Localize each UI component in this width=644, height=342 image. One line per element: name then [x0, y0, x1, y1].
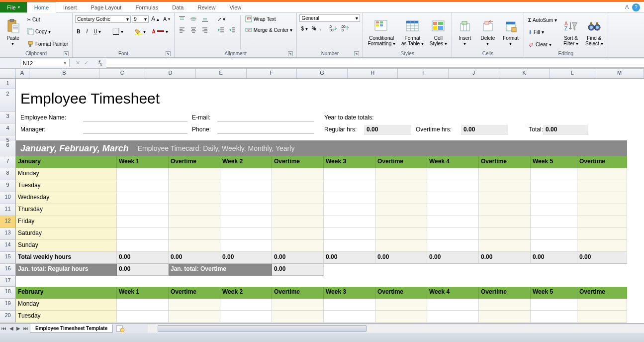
- clipboard-launcher[interactable]: ⬊: [64, 51, 69, 56]
- fill-button[interactable]: ⬇ Fill ▾: [527, 28, 558, 36]
- sheet-nav-next[interactable]: ▶: [15, 326, 22, 331]
- clear-button[interactable]: Clear ▾: [527, 40, 558, 48]
- email-field[interactable]: [217, 113, 314, 122]
- merge-center-button[interactable]: Merge & Center ▾: [244, 25, 294, 34]
- align-center-button[interactable]: [188, 25, 198, 34]
- paste-button[interactable]: Paste▾: [2, 14, 23, 50]
- col-header[interactable]: G: [297, 69, 348, 78]
- row-header[interactable]: 3: [0, 112, 16, 123]
- row-header[interactable]: 12: [0, 216, 16, 228]
- tab-home[interactable]: Home: [27, 2, 56, 13]
- align-right-button[interactable]: [200, 25, 210, 34]
- timesheet-row[interactable]: Wednesday: [16, 192, 627, 204]
- row-header[interactable]: 19: [0, 299, 16, 311]
- row-header[interactable]: 4: [0, 123, 16, 135]
- alignment-launcher[interactable]: ⬊: [288, 51, 293, 56]
- col-header[interactable]: I: [398, 69, 449, 78]
- fx-icon[interactable]: fx: [94, 59, 106, 67]
- sheet-nav-prev[interactable]: ◀: [8, 326, 15, 331]
- help-icon[interactable]: ?: [632, 3, 640, 11]
- row-header[interactable]: 10: [0, 192, 16, 204]
- row-header[interactable]: 1: [0, 79, 16, 89]
- italic-button[interactable]: I: [85, 28, 89, 35]
- row-header[interactable]: 11: [0, 204, 16, 216]
- row-header[interactable]: 16: [0, 264, 16, 276]
- font-size-combo[interactable]: 9▾: [132, 15, 149, 23]
- tab-view[interactable]: View: [223, 2, 249, 12]
- timesheet-row[interactable]: Sunday: [16, 240, 627, 252]
- conditional-formatting-button[interactable]: Conditional Formatting ▾: [366, 14, 397, 50]
- underline-button[interactable]: U ▾: [92, 28, 102, 35]
- new-sheet-button[interactable]: [113, 324, 128, 333]
- number-launcher[interactable]: ⬊: [354, 51, 359, 56]
- tab-review[interactable]: Review: [190, 2, 222, 12]
- col-header[interactable]: F: [247, 69, 297, 78]
- timesheet-row[interactable]: Thursday: [16, 204, 627, 216]
- currency-button[interactable]: $ ▾: [299, 25, 309, 32]
- tab-data[interactable]: Data: [165, 2, 190, 12]
- insert-cells-button[interactable]: Insert▾: [455, 14, 475, 50]
- increase-indent-button[interactable]: [227, 25, 237, 34]
- spreadsheet-grid[interactable]: A B C D E F G H I J K L M 12345678910111…: [0, 69, 644, 330]
- format-painter-button[interactable]: Format Painter: [25, 40, 70, 49]
- align-middle-button[interactable]: [188, 14, 198, 23]
- row-header[interactable]: 20: [0, 311, 16, 323]
- format-cells-button[interactable]: Format▾: [500, 14, 521, 50]
- delete-cells-button[interactable]: Delete▾: [477, 14, 498, 50]
- font-color-button[interactable]: A ▾: [150, 28, 169, 35]
- sheet-tab[interactable]: Employee Timesheet Template: [30, 324, 113, 333]
- sort-filter-button[interactable]: AZ Sort & Filter ▾: [560, 14, 581, 50]
- phone-field[interactable]: [217, 125, 314, 134]
- col-header[interactable]: H: [348, 69, 398, 78]
- cell-styles-button[interactable]: Cell Styles ▾: [428, 14, 449, 50]
- bold-button[interactable]: B: [75, 28, 82, 35]
- tab-page-layout[interactable]: Page Layout: [84, 2, 129, 12]
- timesheet-row[interactable]: Tuesday: [16, 311, 627, 323]
- col-header[interactable]: E: [196, 69, 247, 78]
- grow-font-button[interactable]: A▴: [150, 14, 161, 23]
- formula-input[interactable]: [106, 59, 644, 68]
- row-header[interactable]: 2: [0, 89, 16, 112]
- cut-button[interactable]: ✂Cut: [25, 16, 70, 23]
- select-all-corner[interactable]: [0, 69, 15, 78]
- font-name-combo[interactable]: Century Gothic▾: [75, 15, 131, 23]
- number-format-combo[interactable]: General▾: [299, 14, 360, 22]
- row-header[interactable]: 7: [0, 156, 16, 168]
- find-select-button[interactable]: Find & Select ▾: [583, 14, 605, 50]
- format-as-table-button[interactable]: Format as Table ▾: [399, 14, 426, 50]
- employee-name-field[interactable]: [83, 113, 187, 122]
- sheet-nav-first[interactable]: ⏮: [0, 326, 8, 331]
- name-box[interactable]: N12▾: [20, 59, 70, 67]
- shrink-font-button[interactable]: A▾: [162, 15, 172, 23]
- row-header[interactable]: 18: [0, 287, 16, 299]
- col-header[interactable]: C: [99, 69, 145, 78]
- orientation-button[interactable]: ⤢ ▾: [216, 15, 227, 23]
- col-header[interactable]: L: [550, 69, 595, 78]
- font-launcher[interactable]: ⬊: [166, 51, 171, 56]
- row-header[interactable]: 17: [0, 276, 16, 287]
- sheet-nav-last[interactable]: ⏭: [22, 326, 30, 331]
- align-left-button[interactable]: [177, 25, 187, 34]
- percent-button[interactable]: %: [310, 25, 318, 32]
- timesheet-row[interactable]: Tuesday: [16, 180, 627, 192]
- decrease-decimal-button[interactable]: .00.0: [339, 24, 350, 33]
- tab-file[interactable]: File: [0, 2, 27, 12]
- manager-field[interactable]: [83, 125, 187, 134]
- timesheet-row[interactable]: Friday: [16, 216, 627, 228]
- copy-button[interactable]: Copy ▾: [25, 27, 70, 36]
- align-top-button[interactable]: [177, 14, 187, 23]
- row-header[interactable]: 13: [0, 228, 16, 240]
- tab-insert[interactable]: Insert: [56, 2, 84, 12]
- minimize-ribbon-icon[interactable]: ᐱ: [625, 4, 629, 10]
- tab-formulas[interactable]: Formulas: [128, 2, 165, 12]
- row-header[interactable]: 5: [0, 135, 16, 140]
- col-header[interactable]: M: [595, 69, 644, 78]
- comma-button[interactable]: ,: [319, 25, 323, 32]
- increase-decimal-button[interactable]: .0.00: [327, 24, 338, 33]
- timesheet-row[interactable]: Monday: [16, 299, 627, 311]
- align-bottom-button[interactable]: [200, 14, 210, 23]
- row-header[interactable]: 6: [0, 140, 16, 156]
- border-button[interactable]: ▾: [111, 27, 125, 36]
- col-header[interactable]: A: [15, 69, 29, 78]
- fill-color-button[interactable]: ▾: [133, 27, 147, 36]
